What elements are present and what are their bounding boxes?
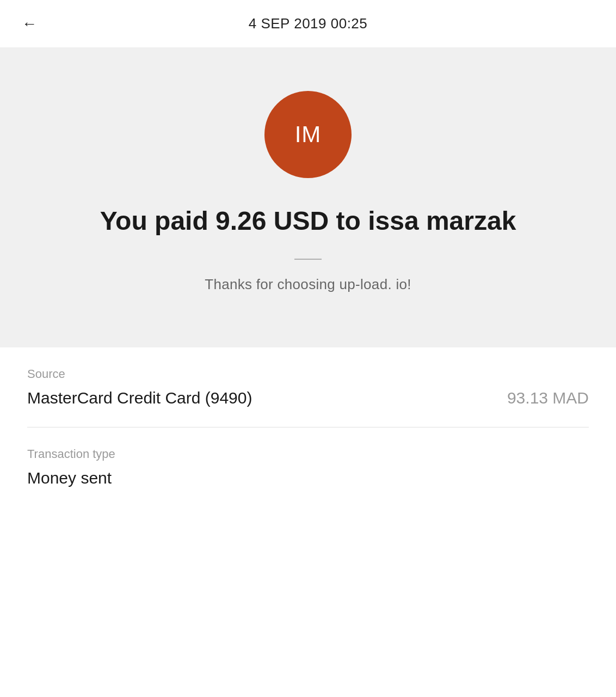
source-row: Source MasterCard Credit Card (9490) 93.…: [27, 347, 589, 427]
avatar-initials: IM: [295, 121, 322, 148]
source-label: Source: [27, 367, 589, 381]
source-amount: 93.13 MAD: [507, 389, 589, 407]
source-value: MasterCard Credit Card (9490): [27, 389, 252, 407]
avatar: IM: [264, 91, 352, 178]
hero-section: IM You paid 9.26 USD to issa marzak Than…: [0, 47, 616, 347]
transaction-type-value-row: Money sent: [27, 469, 589, 487]
details-section: Source MasterCard Credit Card (9490) 93.…: [0, 347, 616, 507]
payment-title: You paid 9.26 USD to issa marzak: [100, 205, 516, 237]
payment-subtitle: Thanks for choosing up-load. io!: [205, 276, 411, 293]
divider: [294, 259, 322, 260]
transaction-type-label: Transaction type: [27, 447, 589, 461]
back-button[interactable]: ←: [22, 16, 37, 32]
transaction-type-value: Money sent: [27, 469, 112, 487]
header-date: 4 SEP 2019 00:25: [249, 15, 368, 32]
source-value-row: MasterCard Credit Card (9490) 93.13 MAD: [27, 389, 589, 407]
transaction-type-row: Transaction type Money sent: [27, 427, 589, 507]
header: ← 4 SEP 2019 00:25: [0, 0, 616, 47]
